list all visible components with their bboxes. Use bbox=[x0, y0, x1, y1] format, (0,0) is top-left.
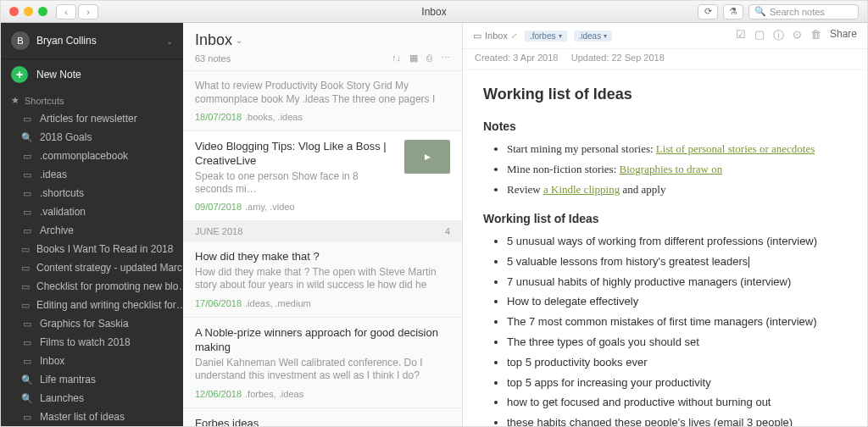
sidebar-item[interactable]: ▭.validation bbox=[1, 202, 183, 221]
search-input[interactable]: 🔍 Search notes bbox=[748, 4, 859, 19]
sidebar-item[interactable]: ▭Archive bbox=[1, 221, 183, 240]
list-item[interactable]: 5 valuable lessons from history's greate… bbox=[507, 253, 847, 271]
sidebar-item[interactable]: 🔍2018 Goals bbox=[1, 128, 183, 147]
sidebar-item[interactable]: ▭Master list of ideas bbox=[1, 408, 183, 426]
note-count: 63 notes bbox=[195, 53, 231, 64]
notelist-dropdown-icon[interactable]: ⌄ bbox=[236, 36, 242, 45]
sidebar-item[interactable]: ▭Graphics for Saskia bbox=[1, 314, 183, 333]
sort-button[interactable]: ↑↓ bbox=[392, 53, 401, 64]
note-card[interactable]: A Noble-prize winners approach for good … bbox=[183, 318, 462, 408]
sidebar-item-label: .commonplacebook bbox=[40, 150, 128, 162]
filter-button[interactable]: ⎙ bbox=[426, 53, 432, 64]
sidebar-item-label: Books I Want To Read in 2018 bbox=[36, 243, 173, 255]
note-icon: ▭ bbox=[21, 281, 30, 292]
list-item[interactable]: The three types of goals you should set bbox=[507, 334, 847, 352]
sidebar-item[interactable]: ▭.shortcuts bbox=[1, 184, 183, 202]
sidebar-item[interactable]: ▭Films to watch 2018 bbox=[1, 333, 183, 352]
titlebar: ‹ › Inbox ⟳ ⚗ 🔍 Search notes bbox=[1, 1, 867, 23]
avatar: B bbox=[11, 31, 30, 50]
sidebar-item-label: Graphics for Saskia bbox=[40, 318, 129, 330]
note-content: ▭ Inbox ⤢ .forbes▾ .ideas▾ ☑ ▢ ⓘ ⊙ 🗑 Sha… bbox=[463, 23, 867, 426]
sync-button[interactable]: ⟳ bbox=[698, 4, 718, 19]
note-link[interactable]: List of personal stories or anecdotes bbox=[656, 142, 815, 155]
list-item[interactable]: how to get focused and productive withou… bbox=[507, 394, 847, 412]
list-item[interactable]: 5 unusual ways of working from different… bbox=[507, 233, 847, 251]
search-placeholder: Search notes bbox=[770, 7, 825, 17]
sidebar-item[interactable]: ▭Content strategy - updated Marc… bbox=[1, 258, 183, 277]
note-title[interactable]: Working list of Ideas bbox=[483, 82, 847, 107]
note-card[interactable]: How did they make that ?How did they mak… bbox=[183, 241, 462, 318]
sidebar-item-label: .validation bbox=[40, 206, 86, 218]
share-button[interactable]: Share bbox=[830, 28, 857, 43]
list-item[interactable]: top 5 apps for increasing your productiv… bbox=[507, 374, 847, 392]
notebook-selector[interactable]: ▭ Inbox ⤢ bbox=[473, 30, 518, 42]
shortcuts-section[interactable]: ★ Shortcuts bbox=[1, 90, 183, 109]
sidebar-item-label: Inbox bbox=[40, 355, 64, 367]
view-toggle-button[interactable]: ▦ bbox=[409, 53, 418, 64]
ideas-heading: Working list of Ideas bbox=[483, 209, 847, 228]
sidebar-item-label: Films to watch 2018 bbox=[40, 336, 131, 348]
sidebar-item[interactable]: 🔍Life mantras bbox=[1, 370, 183, 389]
account-name: Bryan Collins bbox=[36, 35, 159, 47]
list-item[interactable]: The 7 most common mistakes of first time… bbox=[507, 313, 847, 331]
list-item[interactable]: top 5 productivity books ever bbox=[507, 354, 847, 372]
more-options-button[interactable]: ⋯ bbox=[441, 53, 450, 64]
note-preview: Daniel Kahneman Well calibrated conferen… bbox=[195, 357, 450, 384]
close-window[interactable] bbox=[9, 7, 19, 16]
note-card[interactable]: What to review Productivity Book Story G… bbox=[183, 71, 462, 131]
search-icon: 🔍 bbox=[21, 393, 33, 404]
note-title: How did they make that ? bbox=[195, 250, 450, 264]
list-item[interactable]: Mine non-fiction stories: Biographies to… bbox=[507, 161, 847, 179]
nav-back-button[interactable]: ‹ bbox=[56, 4, 76, 19]
sidebar-item-label: Life mantras bbox=[40, 374, 96, 385]
trash-button[interactable]: 🗑 bbox=[810, 28, 821, 43]
note-tags: .ideas, .medium bbox=[245, 298, 311, 308]
account-switcher[interactable]: B Bryan Collins ⌄ bbox=[1, 23, 183, 59]
note-icon: ▭ bbox=[21, 114, 33, 125]
month-header: JUNE 20184 bbox=[183, 221, 462, 241]
sidebar-item[interactable]: ▭Editing and writing checklist for… bbox=[1, 296, 183, 314]
note-body[interactable]: Working list of Ideas Notes Start mining… bbox=[463, 70, 867, 426]
note-preview: What to review Productivity Book Story G… bbox=[195, 80, 450, 107]
note-icon: ▭ bbox=[21, 151, 33, 162]
maximize-window[interactable] bbox=[38, 7, 47, 16]
sidebar-item[interactable]: ▭Checklist for promoting new blo… bbox=[1, 277, 183, 296]
more-button[interactable]: ⊙ bbox=[793, 28, 802, 43]
note-date: 12/06/2018 bbox=[195, 389, 242, 399]
new-note-button[interactable]: + New Note bbox=[1, 59, 183, 90]
present-button[interactable]: ▢ bbox=[754, 28, 765, 43]
sidebar-item-label: .ideas bbox=[40, 169, 67, 180]
reminder-button[interactable]: ☑ bbox=[736, 28, 746, 43]
nav-forward-button[interactable]: › bbox=[78, 4, 98, 19]
info-button[interactable]: ⓘ bbox=[773, 28, 784, 43]
search-icon: 🔍 bbox=[21, 374, 33, 385]
note-link[interactable]: a Kindle clipping bbox=[543, 183, 620, 196]
list-item[interactable]: these habits changed these people's live… bbox=[507, 414, 847, 426]
sidebar-item[interactable]: ▭.commonplacebook bbox=[1, 147, 183, 165]
note-icon: ▭ bbox=[21, 263, 30, 274]
activity-button[interactable]: ⚗ bbox=[723, 4, 743, 19]
note-tag[interactable]: .ideas▾ bbox=[574, 30, 613, 42]
sidebar-item[interactable]: ▭Inbox bbox=[1, 352, 183, 370]
list-item[interactable]: How to delegate effectively bbox=[507, 293, 847, 311]
note-card[interactable]: Forbes ideasLinear progression vs norm f… bbox=[183, 408, 462, 426]
sidebar-item-label: Launches bbox=[40, 392, 84, 404]
notes-heading: Notes bbox=[483, 117, 847, 136]
sidebar-item[interactable]: ▭Books I Want To Read in 2018 bbox=[1, 240, 183, 258]
star-icon: ★ bbox=[11, 95, 19, 106]
list-item[interactable]: 7 unusual habits of highly productive ma… bbox=[507, 274, 847, 291]
note-icon: ▭ bbox=[21, 244, 30, 255]
sidebar-item[interactable]: 🔍Launches bbox=[1, 389, 183, 408]
list-item[interactable]: Start mining my personal stories: List o… bbox=[507, 141, 847, 158]
sidebar-item-label: Editing and writing checklist for… bbox=[36, 299, 183, 311]
sidebar-item[interactable]: ▭Articles for newsletter bbox=[1, 109, 183, 128]
sidebar-item-label: 2018 Goals bbox=[40, 131, 92, 143]
note-link[interactable]: Biographies to draw on bbox=[620, 163, 723, 175]
minimize-window[interactable] bbox=[24, 7, 33, 16]
list-item[interactable]: Review a Kindle clipping and apply bbox=[507, 181, 847, 199]
window-title: Inbox bbox=[421, 6, 446, 18]
note-tag[interactable]: .forbes▾ bbox=[525, 30, 567, 42]
note-thumbnail: ▶ bbox=[404, 140, 450, 174]
note-card[interactable]: Video Blogging Tips: Vlog Like a Boss | … bbox=[183, 131, 462, 221]
sidebar-item[interactable]: ▭.ideas bbox=[1, 165, 183, 184]
